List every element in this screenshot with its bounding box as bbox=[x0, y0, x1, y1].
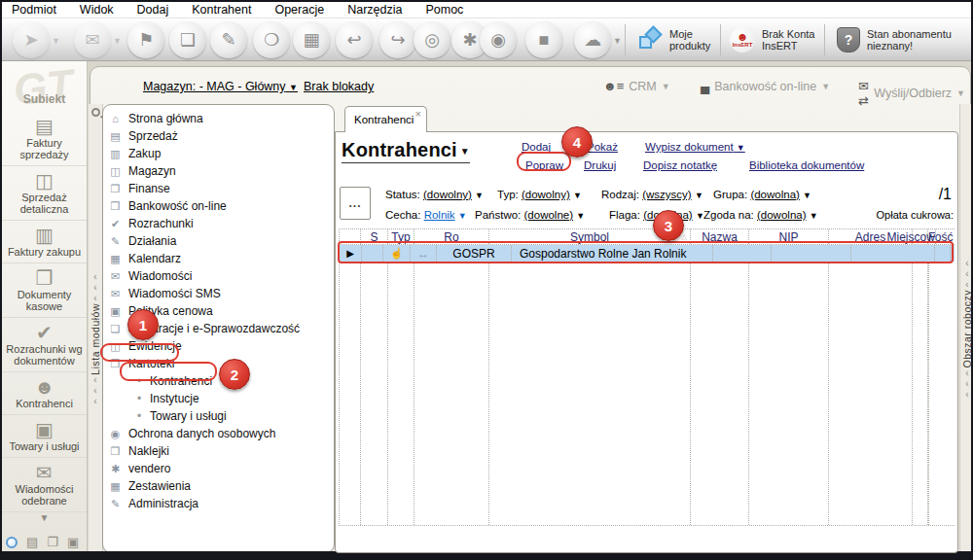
tree-item[interactable]: ▦ Zestawienia bbox=[103, 477, 334, 495]
view-circle-icon[interactable] bbox=[6, 537, 18, 548]
menu-item[interactable]: Pomoc bbox=[425, 3, 463, 17]
tree-item[interactable]: ◫ Magazyn bbox=[103, 162, 334, 180]
toolbar-button[interactable]: ➤ ▼ bbox=[13, 21, 50, 58]
crm-button[interactable]: ☻≡ CRM ▼ bbox=[603, 79, 670, 93]
toolbar-button[interactable]: ■ bbox=[525, 21, 562, 58]
chevron-down-icon[interactable]: ▼ bbox=[52, 36, 60, 46]
tab-kontrahenci[interactable]: Kontrahenci × bbox=[344, 106, 427, 132]
tree-item[interactable]: ❐ Finanse bbox=[103, 180, 334, 197]
toolbar-button[interactable]: ☁ ▼ bbox=[574, 21, 611, 58]
module-button[interactable]: ▤ Faktury sprzedaży bbox=[2, 112, 87, 166]
tree-item[interactable]: ✱ vendero bbox=[103, 460, 334, 477]
toolbar-button[interactable]: ▦ bbox=[293, 21, 330, 58]
toolbar-button[interactable]: ◉ bbox=[480, 21, 517, 58]
menu-item[interactable]: Dodaj bbox=[137, 3, 169, 17]
insert-account-button[interactable]: ☻InsERT Brak Konta InsERT bbox=[730, 23, 814, 56]
tree-item[interactable]: • Towary i usługi bbox=[103, 407, 334, 425]
toolbar-button[interactable]: ✎ bbox=[210, 21, 247, 58]
toolbar-button[interactable]: ⚑ bbox=[127, 21, 164, 58]
tree-item[interactable]: ▦ Kalendarz bbox=[103, 250, 334, 267]
module-button[interactable]: ▣ Towary i usługi bbox=[2, 415, 87, 458]
contractors-icon: ☻ bbox=[34, 376, 54, 398]
online-banking-button[interactable]: ▄ Bankowość on-line ▼ bbox=[701, 79, 830, 93]
subscription-status-button[interactable]: ? Stan abonamentu nieznany! bbox=[837, 23, 952, 56]
tree-item[interactable]: ✔ Rozrachunki bbox=[103, 215, 334, 232]
toolbar-button[interactable]: ◎ bbox=[414, 21, 450, 58]
vendero-icon: ✱ bbox=[108, 463, 123, 475]
filter-cecha[interactable]: Cecha: Rolnik ▼ bbox=[385, 209, 467, 221]
print-link[interactable]: Drukuj bbox=[584, 159, 616, 171]
menu-item[interactable]: Narzędzia bbox=[347, 3, 402, 17]
write-document-link[interactable]: Wypisz dokument ▼ bbox=[645, 141, 745, 153]
menu-item[interactable]: Podmiot bbox=[12, 3, 56, 17]
filter-rodzaj[interactable]: Rodzaj: (wszyscy) ▼ bbox=[601, 189, 703, 200]
tree-item[interactable]: ❒ Bankowość on-line bbox=[103, 197, 334, 215]
module-button[interactable]: ▥ Faktury zakupu bbox=[2, 221, 87, 263]
goods-services-icon: ▣ bbox=[35, 419, 54, 440]
collapse-chevron-icon[interactable]: ‹ bbox=[93, 282, 96, 293]
collapse-chevron-icon[interactable]: ‹ bbox=[965, 258, 968, 268]
tree-item[interactable]: • Instytucje bbox=[103, 390, 334, 407]
filter-status[interactable]: Status: (dowolny) ▼ bbox=[385, 189, 484, 200]
edit-document-icon: ✎ bbox=[221, 29, 235, 51]
view-box-icon[interactable]: ▣ bbox=[67, 535, 79, 549]
view-cash-icon[interactable]: ❐ bbox=[47, 535, 58, 549]
menu-bar: PodmiotWidokDodajKontrahentOperacjeNarzę… bbox=[2, 2, 971, 18]
filter-typ[interactable]: Typ: (dowolny) ▼ bbox=[497, 189, 582, 200]
collapse-chevron-icon[interactable]: ‹ bbox=[93, 293, 96, 303]
module-button[interactable]: ✔ Rozrachunki wg dokumentów bbox=[2, 318, 87, 372]
collapse-chevron-icon[interactable]: ‹ bbox=[93, 271, 96, 282]
tree-item[interactable]: ▤ Sprzedaż bbox=[103, 127, 334, 145]
menu-item[interactable]: Operacje bbox=[274, 3, 324, 17]
tree-item[interactable]: ✎ Działania bbox=[103, 232, 334, 250]
module-button[interactable]: ◫ Sprzedaż detaliczna bbox=[2, 166, 87, 221]
filter-zgoda[interactable]: Zgoda na: (dowolna) ▼ bbox=[703, 209, 818, 221]
context-bar: Magazyn: - MAG - Główny ▼ Brak blokady ☻… bbox=[99, 74, 965, 97]
workspace-strip[interactable]: ‹ ‹ ‹ Obszar roboczy ‹ ‹ ‹ bbox=[959, 104, 973, 553]
toolbar-button[interactable]: ✉ ▼ bbox=[74, 21, 111, 58]
collapse-chevron-icon[interactable]: ‹ bbox=[965, 389, 968, 400]
module-list-strip[interactable]: ‹ ‹ ‹ Lista modułów ‹ ‹ ‹ bbox=[89, 104, 103, 553]
lock-status-link[interactable]: Brak blokady bbox=[304, 80, 374, 93]
view-document-icon: ❍ bbox=[264, 29, 279, 51]
collapse-chevron-icon[interactable]: ‹ bbox=[93, 374, 96, 385]
toolbar-button[interactable]: ↪ bbox=[379, 21, 416, 58]
more-filters-button[interactable]: ... bbox=[340, 187, 371, 220]
tree-item[interactable]: ❐ Naklejki bbox=[103, 442, 334, 460]
chevron-down-icon[interactable]: ▼ bbox=[113, 36, 122, 46]
chevron-down-icon[interactable]: ▼ bbox=[613, 36, 622, 46]
send-receive-button[interactable]: ✉⇄ Wyślij/Odbierz ▼ bbox=[858, 79, 965, 108]
collapse-chevron-icon[interactable]: ‹ bbox=[965, 378, 968, 389]
module-button[interactable]: ❐ Dokumenty kasowe bbox=[2, 263, 87, 318]
collapse-chevron-icon[interactable]: ‹ bbox=[93, 396, 96, 406]
collapse-chevron-icon[interactable]: ‹ bbox=[93, 385, 96, 396]
toolbar-button[interactable]: ❏ bbox=[169, 21, 206, 58]
page-title[interactable]: Kontrahenci ▼ bbox=[342, 139, 470, 163]
menu-item[interactable]: Kontrahent bbox=[192, 3, 251, 17]
collapse-chevron-icon[interactable]: ‹ bbox=[965, 279, 968, 290]
collapse-chevron-icon[interactable]: ‹ bbox=[965, 368, 968, 378]
tree-item[interactable]: ✉ Wiadomości SMS bbox=[103, 285, 334, 302]
toolbar-button[interactable]: ↩ bbox=[336, 21, 373, 58]
toolbar-button[interactable]: ❍ bbox=[253, 21, 290, 58]
document-library-link[interactable]: Biblioteka dokumentów bbox=[749, 159, 864, 171]
module-button[interactable]: ☻ Kontrahenci bbox=[2, 372, 87, 415]
my-products-button[interactable]: Moje produkty bbox=[639, 23, 710, 56]
close-icon[interactable]: × bbox=[415, 108, 421, 120]
tree-item[interactable]: ◉ Ochrona danych osobowych bbox=[103, 425, 334, 442]
tree-item[interactable]: ✉ Wiadomości bbox=[103, 267, 334, 285]
filter-grupa[interactable]: Grupa: (dowolna) ▼ bbox=[713, 189, 811, 200]
module-button[interactable]: ✉ Wiadomości odebrane bbox=[2, 458, 87, 512]
view-stamp-icon[interactable]: ▤ bbox=[26, 535, 38, 549]
tree-item[interactable]: ▥ Zakup bbox=[103, 145, 334, 162]
warehouse-selector[interactable]: Magazyn: - MAG - Główny ▼ bbox=[143, 80, 298, 93]
search-icon[interactable] bbox=[91, 108, 100, 117]
filter-panstwo[interactable]: Państwo: (dowolne) ▼ bbox=[475, 209, 585, 221]
modules-scroll-down-icon[interactable]: ▼ bbox=[2, 512, 87, 523]
add-note-link[interactable]: Dopisz notatkę bbox=[643, 159, 717, 171]
toolbar-separator bbox=[625, 24, 626, 55]
tree-item[interactable]: ✎ Administracja bbox=[103, 495, 334, 512]
collapse-chevron-icon[interactable]: ‹ bbox=[965, 268, 968, 279]
tree-item[interactable]: ⌂ Strona główna bbox=[103, 110, 334, 127]
menu-item[interactable]: Widok bbox=[80, 3, 114, 17]
